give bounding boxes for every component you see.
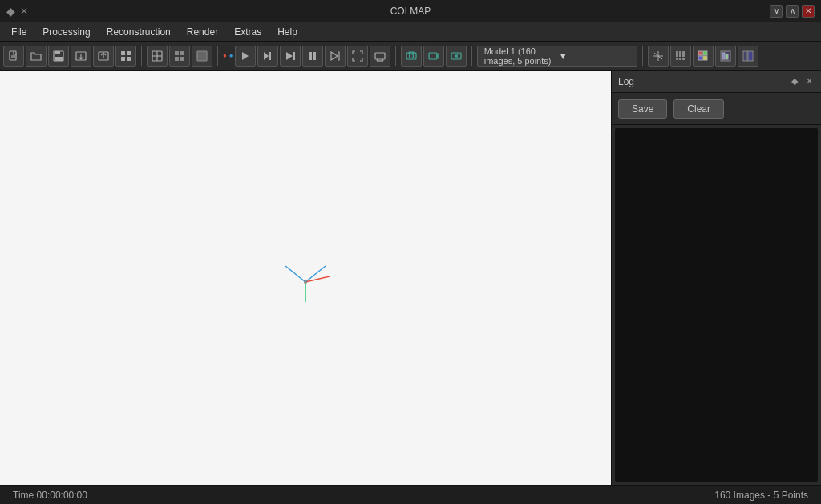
app-icon: ◆	[6, 5, 15, 18]
svg-rect-11	[127, 51, 131, 55]
import-button[interactable]	[71, 46, 91, 67]
model-label: Model 1 (160 images, 5 points)	[484, 46, 556, 66]
svg-rect-26	[293, 52, 295, 60]
svg-rect-54	[698, 51, 702, 55]
minimize-button[interactable]: ∨	[770, 5, 783, 18]
svg-rect-17	[175, 51, 179, 55]
svg-rect-19	[175, 57, 179, 61]
play-button[interactable]	[235, 46, 256, 67]
svg-rect-55	[703, 51, 707, 55]
svg-rect-30	[375, 53, 385, 59]
info-display: 160 Images - 5 Points	[714, 490, 808, 501]
view-mode4-button[interactable]	[715, 46, 736, 67]
log-close-button[interactable]: ✕	[803, 76, 815, 87]
titlebar: ◆ ✕ COLMAP ∨ ∧ ✕	[0, 0, 821, 22]
skip-end-button[interactable]	[280, 46, 301, 67]
log-header: Log ◆ ✕	[612, 71, 821, 93]
view-grid-button[interactable]	[147, 46, 168, 67]
svg-rect-61	[743, 51, 747, 61]
menu-processing[interactable]: Processing	[34, 25, 98, 39]
svg-rect-48	[676, 54, 678, 57]
camera1-button[interactable]	[401, 46, 422, 67]
svg-rect-27	[309, 52, 312, 60]
separator-4	[471, 46, 472, 66]
fullscreen-button[interactable]	[347, 46, 368, 67]
view-single-button[interactable]	[192, 46, 212, 67]
close-button[interactable]: ✕	[802, 5, 815, 18]
separator-2	[217, 46, 218, 66]
svg-rect-12	[121, 57, 125, 61]
open-button[interactable]	[26, 46, 47, 67]
window-controls: ∨ ∧ ✕	[770, 5, 815, 18]
pause-button[interactable]	[302, 46, 323, 67]
dropdown-arrow-icon: ▼	[559, 51, 630, 61]
svg-rect-60	[726, 54, 728, 59]
model-dropdown[interactable]: Model 1 (160 images, 5 points) ▼	[477, 46, 637, 67]
svg-rect-57	[703, 56, 707, 60]
log-content	[615, 128, 818, 482]
view-mode2-button[interactable]	[670, 46, 691, 67]
svg-rect-53	[682, 58, 685, 60]
log-header-controls: ◆ ✕	[789, 76, 815, 87]
titlebar-left: ◆ ✕	[6, 5, 28, 18]
view-mode1-button[interactable]	[648, 46, 669, 67]
svg-marker-29	[331, 52, 338, 60]
menu-help[interactable]: Help	[269, 25, 305, 39]
svg-marker-38	[437, 54, 439, 58]
svg-marker-23	[264, 52, 269, 60]
log-clear-button[interactable]: Clear	[673, 99, 724, 119]
statusbar: Time 00:00:00:00 160 Images - 5 Points	[0, 485, 821, 504]
log-title: Log	[618, 76, 634, 87]
record-button[interactable]	[325, 46, 346, 67]
axis-cross	[273, 246, 338, 310]
main-area: Log ◆ ✕ Save Clear	[0, 71, 821, 485]
pin-icon: ◆	[791, 76, 798, 87]
skip-forward-button[interactable]	[257, 46, 278, 67]
separator-1	[141, 46, 142, 66]
svg-rect-13	[127, 57, 131, 61]
menu-render[interactable]: Render	[179, 25, 226, 39]
svg-rect-37	[429, 53, 437, 59]
camera2-button[interactable]	[423, 46, 444, 67]
svg-marker-25	[286, 52, 293, 60]
menu-extras[interactable]: Extras	[226, 25, 269, 39]
svg-rect-4	[55, 51, 60, 54]
svg-rect-51	[676, 58, 678, 60]
svg-rect-10	[121, 51, 125, 55]
close-icon: ✕	[806, 76, 813, 87]
maximize-button[interactable]: ∧	[786, 5, 799, 18]
pin-icon: ✕	[20, 6, 28, 17]
export-button[interactable]	[93, 46, 114, 67]
separator-5	[642, 46, 643, 66]
3d-viewport[interactable]	[0, 71, 611, 485]
camera3-button[interactable]	[446, 46, 467, 67]
view-mode5-button[interactable]	[738, 46, 758, 67]
new-button[interactable]	[3, 46, 24, 67]
svg-rect-28	[313, 52, 316, 60]
svg-rect-47	[682, 51, 685, 54]
svg-rect-62	[748, 51, 753, 61]
svg-point-35	[409, 54, 413, 58]
dots-indicator: ● ●	[223, 46, 233, 67]
app-title: COLMAP	[390, 6, 431, 17]
svg-rect-21	[197, 51, 207, 61]
log-toolbar: Save Clear	[612, 93, 821, 125]
svg-rect-59	[722, 53, 725, 59]
view-mode3-button[interactable]	[693, 46, 714, 67]
log-save-button[interactable]: Save	[618, 99, 667, 119]
log-pin-button[interactable]: ◆	[789, 76, 800, 87]
export3-button[interactable]	[370, 46, 390, 67]
svg-rect-50	[682, 54, 685, 57]
svg-line-66	[285, 266, 305, 282]
export2-button[interactable]	[115, 46, 136, 67]
svg-rect-24	[269, 52, 271, 60]
save-button[interactable]	[48, 46, 69, 67]
menu-file[interactable]: File	[3, 25, 34, 39]
menu-reconstruction[interactable]: Reconstruction	[99, 25, 179, 39]
svg-rect-20	[180, 57, 184, 61]
menubar: File Processing Reconstruction Render Ex…	[0, 22, 821, 42]
time-display: Time 00:00:00:00	[13, 490, 87, 501]
view-quad-button[interactable]	[169, 46, 190, 67]
svg-marker-22	[242, 52, 249, 60]
svg-rect-52	[679, 58, 681, 60]
